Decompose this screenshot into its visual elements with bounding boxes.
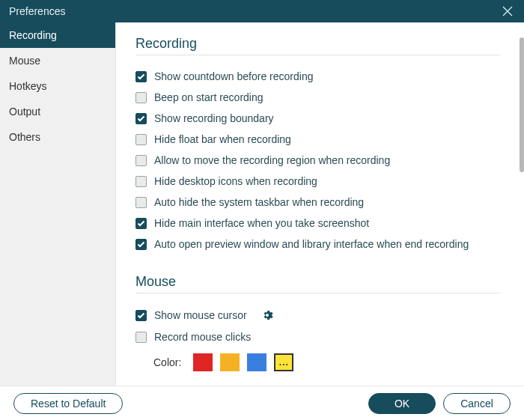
checkbox[interactable] <box>135 310 147 321</box>
option-label: Auto hide the system taskbar when record… <box>154 196 364 208</box>
option-label: Allow to move the recording region when … <box>154 154 390 166</box>
option-label: Show recording boundary <box>154 112 274 124</box>
checkbox[interactable] <box>135 71 147 82</box>
checkbox[interactable] <box>135 134 147 145</box>
checkbox[interactable] <box>135 176 147 187</box>
option-label: Record mouse clicks <box>154 331 251 343</box>
checkbox[interactable] <box>135 113 147 124</box>
color-row: Color: ... <box>135 347 500 374</box>
cancel-button[interactable]: Cancel <box>443 393 511 414</box>
footer: Reset to Default OK Cancel <box>0 386 524 420</box>
checkbox[interactable] <box>135 197 147 208</box>
sidebar-item-mouse[interactable]: Mouse <box>0 48 115 73</box>
option-hide-desktop-icons: Hide desktop icons when recording <box>135 171 500 192</box>
sidebar-item-label: Others <box>9 131 40 143</box>
close-button[interactable] <box>500 4 515 19</box>
section-title-mouse: Mouse <box>135 274 500 293</box>
sidebar-item-output[interactable]: Output <box>0 99 115 124</box>
scrollbar-thumb[interactable] <box>520 37 524 172</box>
option-auto-hide-taskbar: Auto hide the system taskbar when record… <box>135 192 500 213</box>
color-label: Color: <box>153 356 181 368</box>
option-hide-main-interface: Hide main interface when you take screen… <box>135 213 500 234</box>
sidebar-item-hotkeys[interactable]: Hotkeys <box>0 73 115 99</box>
svg-point-2 <box>266 314 269 317</box>
titlebar: Preferences <box>0 0 524 22</box>
option-allow-move-region: Allow to move the recording region when … <box>135 150 500 171</box>
option-label: Show countdown before recording <box>154 70 313 82</box>
color-swatch-blue[interactable] <box>247 353 266 371</box>
section-title-recording: Recording <box>135 36 500 55</box>
checkbox[interactable] <box>135 155 147 166</box>
option-record-mouse-clicks: Record mouse clicks <box>135 326 500 347</box>
color-swatch-red[interactable] <box>193 353 213 371</box>
window-title: Preferences <box>9 5 65 17</box>
option-show-mouse-cursor: Show mouse cursor <box>135 304 500 326</box>
scrollbar[interactable] <box>520 22 524 386</box>
sidebar-item-label: Mouse <box>9 55 40 67</box>
option-label: Show mouse cursor <box>154 309 247 321</box>
sidebar-item-label: Recording <box>9 29 57 41</box>
sidebar-item-recording[interactable]: Recording <box>0 22 115 48</box>
gear-icon[interactable] <box>261 308 274 322</box>
ok-button[interactable]: OK <box>368 393 436 414</box>
option-auto-open-preview: Auto open preview window and library int… <box>135 234 500 255</box>
option-label: Hide desktop icons when recording <box>154 175 317 187</box>
checkbox[interactable] <box>135 332 147 343</box>
color-swatch-orange[interactable] <box>220 353 240 371</box>
checkbox[interactable] <box>135 218 147 229</box>
checkbox[interactable] <box>135 92 147 103</box>
sidebar: Recording Mouse Hotkeys Output Others <box>0 22 116 386</box>
sidebar-item-others[interactable]: Others <box>0 124 115 150</box>
color-swatch-more[interactable]: ... <box>274 353 293 371</box>
option-show-boundary: Show recording boundary <box>135 108 500 129</box>
reset-to-default-button[interactable]: Reset to Default <box>13 393 123 414</box>
option-label: Beep on start recording <box>154 91 263 103</box>
option-beep-start: Beep on start recording <box>135 87 500 108</box>
option-label: Hide main interface when you take screen… <box>154 217 369 229</box>
option-label: Hide float bar when recording <box>154 133 291 145</box>
option-label: Auto open preview window and library int… <box>154 238 469 250</box>
close-icon <box>502 6 513 16</box>
checkbox[interactable] <box>135 239 147 250</box>
sidebar-item-label: Output <box>9 106 40 118</box>
option-hide-float-bar: Hide float bar when recording <box>135 129 500 150</box>
option-show-countdown: Show countdown before recording <box>135 66 500 87</box>
body: Recording Mouse Hotkeys Output Others Re… <box>0 22 524 386</box>
sidebar-item-label: Hotkeys <box>9 80 47 92</box>
content: Recording Show countdown before recordin… <box>116 22 520 386</box>
content-wrap: Recording Show countdown before recordin… <box>116 22 524 386</box>
